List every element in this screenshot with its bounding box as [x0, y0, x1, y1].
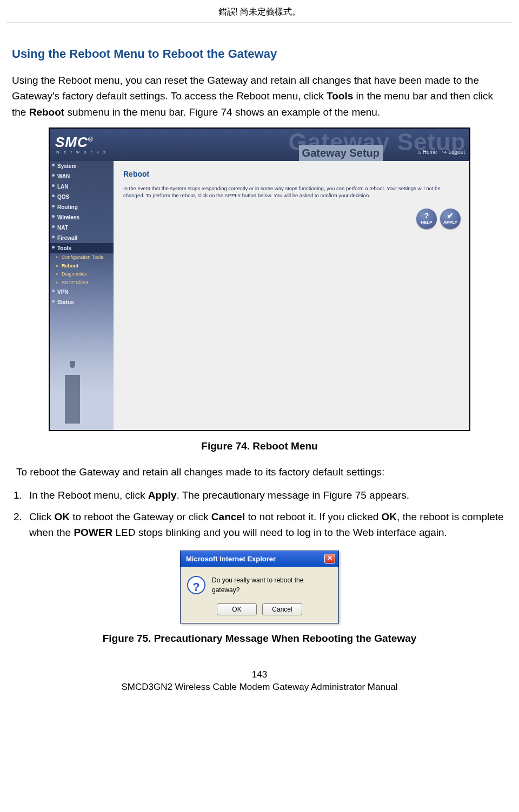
ok-button[interactable]: OK — [217, 603, 257, 615]
home-link-label: Home — [423, 148, 437, 156]
figure-75-dialog: Microsoft Internet Explorer ✕ Do you rea… — [180, 551, 339, 624]
apply-icon: ✔ — [447, 212, 454, 219]
brand-text: SMC — [55, 134, 88, 150]
step2-t5: LED stops blinking and you will need to … — [112, 527, 447, 538]
step2-t2: to reboot the Gateway or click — [70, 511, 211, 522]
gw-header: SMC® N e t w o r k s Gateway Setup Gatew… — [50, 129, 469, 161]
brand-subtext: N e t w o r k s — [56, 149, 107, 156]
dialog-body: Do you really want to reboot the gateway… — [181, 567, 338, 623]
figure-74-caption: Figure 74. Reboot Menu — [12, 439, 507, 454]
sidebar-item-tools[interactable]: Tools — [50, 243, 114, 253]
home-link[interactable]: ⌂ Home — [418, 148, 437, 156]
intro-paragraph: Using the Reboot menu, you can reset the… — [12, 72, 507, 120]
logout-link[interactable]: ↪ Logout — [442, 148, 465, 156]
page-header-error: 錯誤! 尚未定義樣式。 — [0, 0, 519, 23]
brand-reg: ® — [88, 136, 94, 144]
page-footer: 143 SMCD3GN2 Wireless Cable Modem Gatewa… — [0, 668, 519, 704]
help-label: HELP — [421, 219, 432, 226]
apply-label: APPLY — [443, 219, 457, 226]
step2-t1: Click — [29, 511, 54, 522]
sidebar-subitem-reboot[interactable]: Reboot — [50, 262, 114, 271]
panel-title: Reboot — [123, 169, 460, 180]
dialog-titlebar: Microsoft Internet Explorer ✕ — [181, 551, 338, 567]
sidebar-item-routing[interactable]: Routing — [50, 202, 114, 212]
figure-74-screenshot: SMC® N e t w o r k s Gateway Setup Gatew… — [49, 127, 470, 431]
logout-link-label: Logout — [448, 148, 465, 156]
step2-b4: POWER — [74, 527, 112, 538]
sidebar-item-lan[interactable]: LAN — [50, 182, 114, 192]
sidebar-item-system[interactable]: System — [50, 161, 114, 171]
intro-bold-tools: Tools — [327, 90, 353, 102]
lead-paragraph: To reboot the Gateway and retain all cha… — [16, 464, 507, 480]
intro-text-3: submenu in the menu bar. Figure 74 shows… — [64, 106, 380, 118]
sidebar-item-firewall[interactable]: Firewall — [50, 233, 114, 243]
help-button[interactable]: ? HELP — [416, 209, 437, 229]
close-button[interactable]: ✕ — [324, 554, 335, 563]
section-title: Using the Reboot Menu to Reboot the Gate… — [12, 45, 507, 63]
figure-75-caption: Figure 75. Precautionary Message When Re… — [12, 631, 507, 647]
step1-b1: Apply — [148, 489, 177, 501]
question-icon — [187, 576, 205, 594]
sidebar-item-nat[interactable]: NAT — [50, 223, 114, 233]
step2-b2: Cancel — [211, 511, 245, 522]
step-1: In the Reboot menu, click Apply. The pre… — [25, 487, 507, 503]
step2-t3: to not reboot it. If you clicked — [245, 511, 381, 522]
help-icon: ? — [424, 212, 429, 219]
main-panel: Reboot In the event that the system stop… — [114, 161, 469, 430]
sidebar-subitem-configuration-tools[interactable]: Configuration Tools — [50, 253, 114, 262]
step2-b3: OK — [382, 511, 397, 522]
header-label: Gateway Setup — [299, 145, 383, 161]
sidebar-item-status[interactable]: Status — [50, 297, 114, 307]
dialog-title-text: Microsoft Internet Explorer — [186, 554, 276, 565]
apply-button[interactable]: ✔ APPLY — [440, 209, 461, 229]
logout-icon: ↪ — [442, 148, 447, 156]
sidebar-item-vpn[interactable]: VPN — [50, 287, 114, 297]
cancel-button[interactable]: Cancel — [262, 603, 302, 615]
sidebar-subitem-diagnostics[interactable]: Diagnostics — [50, 270, 114, 279]
sidebar: SystemWANLANQOSRoutingWirelessNATFirewal… — [50, 161, 114, 430]
step-2: Click OK to reboot the Gateway or click … — [25, 509, 507, 541]
sidebar-subitem-sntp-client[interactable]: SNTP Client — [50, 279, 114, 287]
sidebar-item-wireless[interactable]: Wireless — [50, 212, 114, 223]
page-number: 143 — [0, 668, 519, 681]
step1-t2: . The precautionary message in Figure 75… — [176, 489, 409, 501]
step1-t1: In the Reboot menu, click — [29, 489, 148, 501]
sidebar-item-qos[interactable]: QOS — [50, 192, 114, 202]
panel-desc: In the event that the system stops respo… — [123, 185, 458, 199]
home-icon: ⌂ — [418, 148, 421, 156]
header-links: ⌂ Home ↪ Logout — [418, 148, 465, 156]
step2-b1: OK — [54, 511, 70, 522]
manual-title: SMCD3GN2 Wireless Cable Modem Gateway Ad… — [0, 681, 519, 694]
close-icon: ✕ — [327, 554, 332, 562]
header-rule — [6, 23, 513, 23]
dialog-message: Do you really want to reboot the gateway… — [212, 575, 332, 595]
steps-list: In the Reboot menu, click Apply. The pre… — [12, 487, 507, 540]
intro-bold-reboot: Reboot — [29, 106, 64, 118]
sidebar-item-wan[interactable]: WAN — [50, 171, 114, 182]
